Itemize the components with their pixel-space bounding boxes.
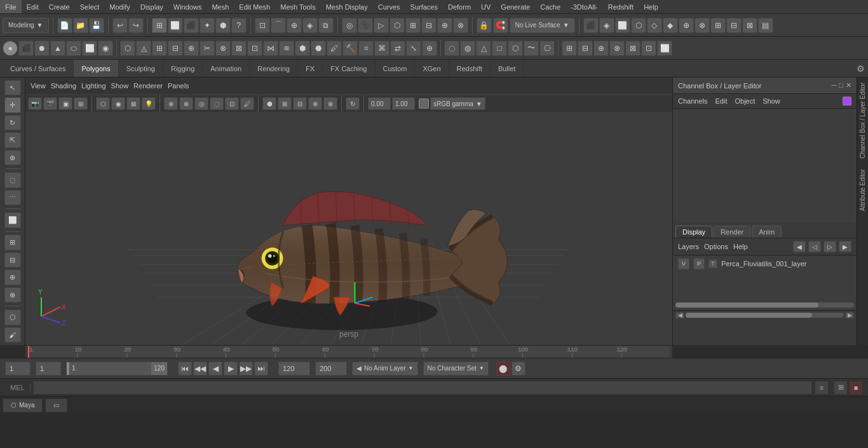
- layer-tab-render[interactable]: Render: [714, 226, 750, 238]
- poly-sphere-icon[interactable]: ●: [3, 41, 18, 56]
- vp-texture-icon[interactable]: ⊠: [126, 97, 140, 110]
- open-scene-icon[interactable]: 📁: [73, 18, 88, 33]
- channel-box-maximize-icon[interactable]: □: [839, 81, 843, 90]
- snap-surface-icon[interactable]: ◈: [302, 18, 318, 33]
- vp-smooth-icon[interactable]: ◉: [111, 97, 125, 110]
- menu-mesh-tools[interactable]: Mesh Tools: [275, 0, 320, 13]
- snap2-icon[interactable]: ⊟: [4, 252, 21, 268]
- tab-sculpting[interactable]: Sculpting: [119, 60, 163, 77]
- live-surface-dropdown[interactable]: No Live Surface ▼: [510, 18, 575, 33]
- poly-disp4-icon[interactable]: ⊗: [609, 41, 625, 56]
- select-paint-icon[interactable]: ⬢: [215, 18, 231, 33]
- extra-icon-12[interactable]: ▤: [758, 18, 773, 33]
- viewport-menu-shading[interactable]: Shading: [51, 82, 76, 90]
- poly-merge-icon[interactable]: ⊞: [152, 41, 167, 56]
- channel-box-close-icon[interactable]: ✕: [846, 81, 851, 90]
- scale-tool-icon[interactable]: ⇱: [4, 132, 21, 147]
- tab-fx-caching[interactable]: FX Caching: [323, 60, 375, 77]
- snap-view-icon[interactable]: ⧉: [318, 18, 334, 33]
- undo-icon[interactable]: ↩: [112, 18, 128, 33]
- tab-curves-surfaces[interactable]: Curves / Surfaces: [3, 60, 74, 77]
- vp-frame-icon[interactable]: ▣: [58, 97, 72, 110]
- poly-disp1-icon[interactable]: ⊞: [562, 41, 577, 56]
- render-extra3-icon[interactable]: ⊕: [437, 18, 452, 33]
- script-language-label[interactable]: MEL: [5, 384, 31, 391]
- snap3-icon[interactable]: ⊕: [4, 269, 21, 285]
- quick-sel-icon[interactable]: ⬡: [4, 309, 21, 325]
- render-interactive-icon[interactable]: ▷: [374, 18, 389, 33]
- layer-prev2-icon[interactable]: ◁: [808, 241, 821, 252]
- poly-ngon-icon[interactable]: ⬡: [508, 41, 523, 56]
- layer-scrollbar-thumb[interactable]: [675, 302, 818, 308]
- viewport-zoom2-field[interactable]: 1.00: [392, 97, 415, 110]
- snap4-icon[interactable]: ⊗: [4, 287, 21, 302]
- layer-next-icon[interactable]: ▷: [824, 241, 836, 252]
- viewport-menu-renderer[interactable]: Renderer: [133, 82, 163, 90]
- menu-generate[interactable]: Generate: [496, 0, 535, 13]
- vp-light-icon[interactable]: 💡: [142, 97, 156, 110]
- poly-sculpt-icon[interactable]: 🔨: [342, 41, 358, 56]
- menu-file[interactable]: File: [0, 0, 22, 13]
- magnet-icon[interactable]: 🧲: [493, 18, 508, 33]
- layer-prev-icon[interactable]: ◀: [793, 241, 806, 252]
- extra-icon-7[interactable]: ⊕: [679, 18, 694, 33]
- select-question-icon[interactable]: ?: [231, 18, 247, 33]
- menu-cache[interactable]: Cache: [535, 0, 566, 13]
- layer-tab-display[interactable]: Display: [675, 226, 712, 238]
- layer-menu-options[interactable]: Options: [704, 243, 728, 250]
- command-input[interactable]: [33, 381, 812, 395]
- poly-disc-icon[interactable]: ◉: [98, 41, 113, 56]
- viewport-menu-panels[interactable]: Panels: [168, 82, 189, 90]
- move-tool-icon[interactable]: ✛: [4, 97, 21, 112]
- menu-display[interactable]: Display: [135, 0, 168, 13]
- channel-box-menu-show[interactable]: Show: [763, 97, 780, 105]
- poly-disp2-icon[interactable]: ⊟: [578, 41, 593, 56]
- poly-plane-icon[interactable]: ⬜: [82, 41, 97, 56]
- menu-modify[interactable]: Modify: [104, 0, 135, 13]
- poly-soften-icon[interactable]: 〜: [524, 41, 539, 56]
- layer-tab-anim[interactable]: Anim: [752, 226, 782, 238]
- play-back-btn[interactable]: ◀: [208, 362, 222, 376]
- shelf-settings-icon[interactable]: ⚙: [853, 61, 868, 76]
- channel-box-menu-edit[interactable]: Edit: [715, 97, 727, 105]
- viewport-menu-view[interactable]: View: [31, 82, 46, 90]
- extra-icon-4[interactable]: ⬡: [631, 18, 646, 33]
- poly-split-icon[interactable]: ⊗: [215, 41, 231, 56]
- soft-select-icon[interactable]: ◌: [4, 172, 21, 187]
- extra-icon-10[interactable]: ⊟: [726, 18, 742, 33]
- new-scene-icon[interactable]: 📄: [57, 18, 72, 33]
- extra-icon-9[interactable]: ⊞: [710, 18, 726, 33]
- tab-animation[interactable]: Animation: [203, 60, 250, 77]
- range-end-label[interactable]: 120: [151, 362, 167, 375]
- extra-icon-8[interactable]: ⊗: [695, 18, 710, 33]
- start-frame-field[interactable]: 1: [5, 362, 31, 376]
- vp-snap-icon[interactable]: ⬢: [262, 97, 276, 110]
- go-to-end-btn[interactable]: ⏭: [254, 362, 268, 376]
- tab-polygons[interactable]: Polygons: [74, 60, 118, 77]
- poly-fill-icon[interactable]: ⊕: [184, 41, 199, 56]
- vp-sel2-icon[interactable]: ⊗: [179, 97, 193, 110]
- vp-wireframe-icon[interactable]: ⬡: [96, 97, 110, 110]
- poly-delete-icon[interactable]: ⊡: [247, 41, 262, 56]
- extra-icon-2[interactable]: ◈: [599, 18, 614, 33]
- settings-icon[interactable]: ⚙: [512, 362, 526, 376]
- menu-deform[interactable]: Deform: [443, 0, 476, 13]
- vp-camera-icon[interactable]: 📷: [28, 97, 42, 110]
- channel-box-menu-object[interactable]: Object: [735, 97, 755, 105]
- layer-scroll-area[interactable]: [673, 272, 857, 310]
- tab-xgen[interactable]: XGen: [415, 60, 449, 77]
- play-forward-btn[interactable]: ▶: [224, 362, 238, 376]
- layer-next2-icon[interactable]: ▶: [839, 241, 851, 252]
- vp-snap4-icon[interactable]: ⊕: [308, 97, 322, 110]
- taskbar-maya-btn[interactable]: ⬡ Maya: [3, 398, 43, 412]
- menu-3dtall[interactable]: -3DtoAll-: [566, 0, 603, 13]
- snap-grid-icon[interactable]: ⊡: [255, 18, 270, 33]
- poly-tri-icon[interactable]: △: [476, 41, 491, 56]
- vp-snap5-icon[interactable]: ⊗: [323, 97, 337, 110]
- poly-bridge-icon[interactable]: ⊟: [168, 41, 183, 56]
- soft-select2-icon[interactable]: ⋯: [4, 190, 21, 205]
- poly-uv-icon[interactable]: ⌘: [374, 41, 390, 56]
- auto-key-icon[interactable]: ⬤: [496, 362, 510, 376]
- rotate-tool-icon[interactable]: ↻: [4, 115, 21, 130]
- poly-disp6-icon[interactable]: ⊡: [641, 41, 656, 56]
